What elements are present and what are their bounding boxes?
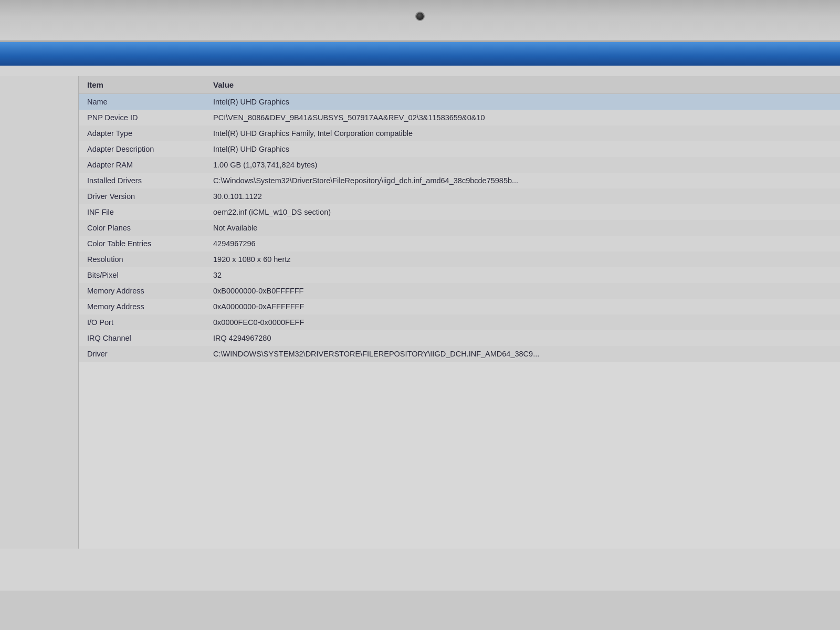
table-cell-item: Adapter Type — [79, 125, 205, 141]
table-cell-value: C:\Windows\System32\DriverStore\FileRepo… — [205, 173, 840, 188]
table-cell-item: Adapter RAM — [79, 157, 205, 173]
table-cell-value: 32 — [205, 267, 840, 283]
table-cell-item: Adapter Description — [79, 141, 205, 157]
table-cell-item: INF File — [79, 204, 205, 220]
table-cell-value: Not Available — [205, 220, 840, 236]
info-table: Item Value NameIntel(R) UHD GraphicsPNP … — [79, 76, 840, 362]
table-row: DriverC:\WINDOWS\SYSTEM32\DRIVERSTORE\FI… — [79, 346, 840, 362]
table-cell-value: C:\WINDOWS\SYSTEM32\DRIVERSTORE\FILEREPO… — [205, 346, 840, 362]
table-cell-item: Resolution — [79, 251, 205, 267]
table-row: Color Table Entries4294967296 — [79, 236, 840, 251]
column-header-item: Item — [79, 76, 205, 94]
table-cell-value: 30.0.101.1122 — [205, 188, 840, 204]
blue-accent-bar — [0, 42, 840, 66]
table-row: Driver Version30.0.101.1122 — [79, 188, 840, 204]
table-header-row: Item Value — [79, 76, 840, 94]
table-row: Resolution1920 x 1080 x 60 hertz — [79, 251, 840, 267]
table-row: Bits/Pixel32 — [79, 267, 840, 283]
table-cell-item: Bits/Pixel — [79, 267, 205, 283]
table-cell-value: 0x0000FEC0-0x0000FEFF — [205, 314, 840, 330]
table-cell-value: Intel(R) UHD Graphics — [205, 94, 840, 110]
table-cell-value: Intel(R) UHD Graphics — [205, 141, 840, 157]
table-row: Adapter TypeIntel(R) UHD Graphics Family… — [79, 125, 840, 141]
table-cell-value: 1920 x 1080 x 60 hertz — [205, 251, 840, 267]
table-cell-item: Name — [79, 94, 205, 110]
table-row: Adapter DescriptionIntel(R) UHD Graphics — [79, 141, 840, 157]
table-cell-item: Color Planes — [79, 220, 205, 236]
table-cell-item: Installed Drivers — [79, 173, 205, 188]
table-row: IRQ ChannelIRQ 4294967280 — [79, 330, 840, 346]
table-cell-value: 4294967296 — [205, 236, 840, 251]
table-cell-value: 0xA0000000-0xAFFFFFFF — [205, 299, 840, 314]
table-cell-item: Memory Address — [79, 283, 205, 299]
table-cell-value: IRQ 4294967280 — [205, 330, 840, 346]
table-row: INF Fileoem22.inf (iCML_w10_DS section) — [79, 204, 840, 220]
main-layout: Item Value NameIntel(R) UHD GraphicsPNP … — [0, 76, 840, 549]
table-cell-item: PNP Device ID — [79, 110, 205, 125]
table-cell-item: Memory Address — [79, 299, 205, 314]
table-cell-value: oem22.inf (iCML_w10_DS section) — [205, 204, 840, 220]
table-row: Adapter RAM1.00 GB (1,073,741,824 bytes) — [79, 157, 840, 173]
table-cell-item: IRQ Channel — [79, 330, 205, 346]
sidebar — [0, 76, 79, 549]
screen-content: Item Value NameIntel(R) UHD GraphicsPNP … — [0, 66, 840, 591]
table-cell-value: 1.00 GB (1,073,741,824 bytes) — [205, 157, 840, 173]
table-cell-item: Driver — [79, 346, 205, 362]
table-row: Memory Address0xB0000000-0xB0FFFFFF — [79, 283, 840, 299]
table-row: Color PlanesNot Available — [79, 220, 840, 236]
webcam-icon — [415, 12, 425, 21]
table-cell-item: Color Table Entries — [79, 236, 205, 251]
table-row: Installed DriversC:\Windows\System32\Dri… — [79, 173, 840, 188]
table-row: NameIntel(R) UHD Graphics — [79, 94, 840, 110]
table-cell-item: Driver Version — [79, 188, 205, 204]
table-row: I/O Port0x0000FEC0-0x0000FEFF — [79, 314, 840, 330]
table-row: Memory Address0xA0000000-0xAFFFFFFF — [79, 299, 840, 314]
table-cell-item: I/O Port — [79, 314, 205, 330]
table-cell-value: Intel(R) UHD Graphics Family, Intel Corp… — [205, 125, 840, 141]
table-row: PNP Device IDPCI\VEN_8086&DEV_9B41&SUBSY… — [79, 110, 840, 125]
main-content: Item Value NameIntel(R) UHD GraphicsPNP … — [79, 76, 840, 549]
table-cell-value: 0xB0000000-0xB0FFFFFF — [205, 283, 840, 299]
column-header-value: Value — [205, 76, 840, 94]
table-cell-value: PCI\VEN_8086&DEV_9B41&SUBSYS_507917AA&RE… — [205, 110, 840, 125]
monitor-bezel — [0, 0, 840, 42]
